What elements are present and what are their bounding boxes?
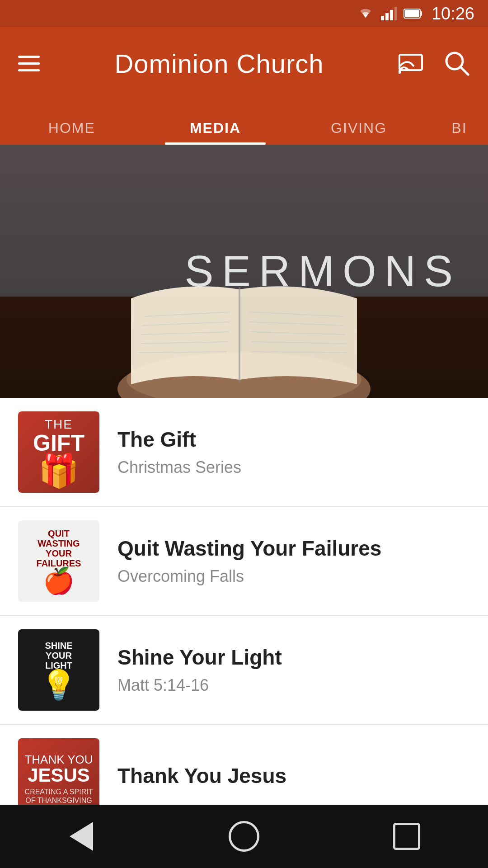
sermon-title: Thank You Jesus (117, 764, 470, 788)
header-actions (399, 50, 470, 76)
recents-icon (393, 823, 420, 850)
recents-button[interactable] (389, 818, 425, 854)
svg-rect-5 (420, 11, 422, 16)
svg-rect-6 (405, 10, 419, 17)
tab-home[interactable]: HOME (0, 120, 144, 145)
sermon-info: Shine Your Light Matt 5:14-16 (117, 645, 470, 694)
svg-rect-1 (385, 13, 389, 20)
battery-icon (404, 8, 422, 19)
home-icon (229, 821, 259, 852)
sermon-thumbnail: THE GIFT 🎁 (18, 411, 99, 493)
wifi-icon (357, 7, 375, 20)
bottom-nav-bar (0, 805, 488, 868)
cast-icon[interactable] (399, 51, 426, 75)
sermon-subtitle: Christmas Series (117, 458, 470, 477)
home-button[interactable] (226, 818, 262, 854)
nav-tabs: HOME MEDIA GIVING BI (0, 99, 488, 145)
sermon-item[interactable]: SHINEYOURLIGHT 💡 Shine Your Light Matt 5… (0, 616, 488, 725)
status-icons (357, 7, 422, 20)
status-bar: 10:26 (0, 0, 488, 27)
menu-button[interactable] (18, 56, 40, 71)
app-header: Dominion Church (0, 27, 488, 99)
main-content: SERMONS THE GIFT 🎁 The Gift Christmas Se… (0, 145, 488, 868)
back-button[interactable] (63, 818, 99, 854)
sermon-thumbnail: SHINEYOURLIGHT 💡 (18, 629, 99, 711)
search-icon[interactable] (444, 50, 470, 76)
sermon-item[interactable]: QUITWASTINGYOURFAILURES 🍎 Quit Wasting Y… (0, 507, 488, 616)
sermon-title: Shine Your Light (117, 645, 470, 670)
app-title: Dominion Church (114, 48, 324, 79)
sermon-subtitle: Matt 5:14-16 (117, 676, 470, 695)
hero-title: SERMONS (185, 246, 461, 296)
sermon-subtitle: Overcoming Falls (117, 567, 470, 586)
svg-rect-3 (394, 7, 397, 20)
svg-rect-2 (390, 10, 393, 20)
book-illustration (63, 217, 425, 398)
sermon-info: The Gift Christmas Series (117, 427, 470, 476)
svg-rect-0 (381, 16, 384, 20)
hero-banner: SERMONS (0, 145, 488, 398)
tab-partial: BI (431, 120, 488, 145)
svg-line-10 (460, 67, 468, 75)
tab-media[interactable]: MEDIA (144, 120, 287, 145)
status-time: 10:26 (432, 4, 474, 24)
sermon-list: THE GIFT 🎁 The Gift Christmas Series QUI… (0, 398, 488, 834)
back-icon (70, 822, 93, 851)
sermon-title: Quit Wasting Your Failures (117, 536, 470, 561)
signal-icon (381, 7, 397, 20)
sermon-item[interactable]: THE GIFT 🎁 The Gift Christmas Series (0, 398, 488, 507)
tab-giving[interactable]: GIVING (287, 120, 431, 145)
sermon-info: Thank You Jesus (117, 764, 470, 794)
sermon-info: Quit Wasting Your Failures Overcoming Fa… (117, 536, 470, 585)
sermon-thumbnail: QUITWASTINGYOURFAILURES 🍎 (18, 520, 99, 602)
sermon-title: The Gift (117, 427, 470, 452)
